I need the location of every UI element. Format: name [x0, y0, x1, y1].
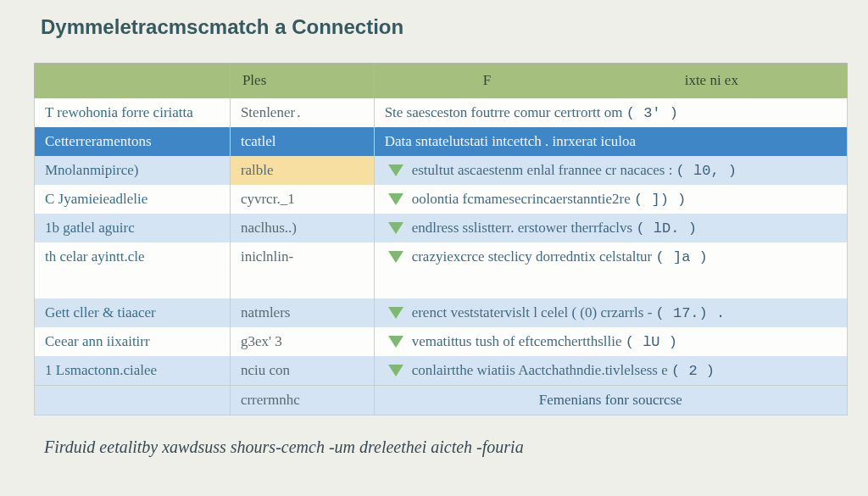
table-row[interactable]: Gett cller & tiaacernatmlerserenct vests… [35, 298, 848, 327]
cell-type: cyvrcr._1 [230, 185, 374, 214]
cell-desc-text: Data sntatelutstati intcettch . inrxerat… [385, 133, 636, 149]
cell-name [35, 271, 231, 298]
cell-desc-text: vematittus tush of eftcemchertthsllie [412, 333, 626, 349]
cell-type: ralble [230, 156, 374, 185]
cell-desc: endlress sslistterr. erstower therrfaclv… [374, 214, 847, 242]
check-icon [388, 251, 403, 263]
cell-desc: vematittus tush of eftcemchertthsllie ( … [374, 327, 847, 356]
table-row[interactable]: Mnolanmipirce)ralbleestultut ascaestenm … [35, 156, 848, 185]
cell-type: iniclnlin- [230, 242, 374, 271]
cell-suffix-code: ( 17.) . [656, 305, 726, 321]
main-table: Ples F ixte ni ex T rewohonia forre ciri… [34, 63, 848, 415]
table-row[interactable]: 1 Lsmactonn.cialeenciu conconlairtthe wi… [35, 356, 848, 386]
cell-name: Ceear ann iixaitirr [35, 327, 231, 356]
summary-type: crrermnhc [230, 386, 374, 415]
cell-desc: conlairtthe wiatiis Aactchathndie.tivlel… [374, 356, 847, 386]
table-row[interactable]: 1b gatlel aguircnaclhus..)endlress sslis… [35, 214, 848, 242]
summary-empty [35, 386, 231, 415]
check-icon [388, 222, 403, 234]
cell-name: 1 Lsmactonn.cialee [35, 356, 231, 386]
check-icon [388, 164, 403, 176]
cell-suffix-code: ( lU ) [626, 334, 677, 350]
cell-desc: erenct veststatervislt l celel ( (0) crz… [374, 298, 847, 327]
table-row-spacer [35, 271, 848, 298]
cell-suffix-code: ( ]) ) [634, 192, 686, 208]
header-col-2: Ples [230, 64, 374, 98]
cell-desc: Ste saesceston foutrre comur certrortt o… [374, 98, 847, 128]
cell-name: Cetterreramentons [35, 127, 231, 156]
cell-name: T rewohonia forre ciriatta [35, 98, 231, 128]
cell-desc-text: endlress sslistterr. erstower therrfaclv… [412, 220, 637, 236]
cell-desc-text: erenct veststatervislt l celel ( (0) crz… [412, 304, 656, 320]
footer-note: Firduid eetalitby xawdsuss shours-cemch … [44, 437, 834, 457]
cell-name: C Jyamieieadlelie [35, 185, 231, 214]
table-row[interactable]: T rewohonia forre ciriattaStenlener .Ste… [35, 98, 848, 128]
cell-desc-text: estultut ascaestenm enlal frannee cr nac… [412, 162, 676, 178]
cell-suffix-code: ( ]a ) [656, 249, 708, 265]
table-summary-row: crrermnhcFemenians fonr soucrcse [35, 386, 848, 415]
cell-desc-text: crazyiexcrce steclicy dorredntix celstal… [412, 248, 656, 265]
cell-desc-text: conlairtthe wiatiis Aactchathndie.tivlel… [412, 362, 671, 378]
cell-name: th celar ayintt.cle [35, 242, 231, 271]
table-row[interactable]: th celar ayintt.cleiniclnlin-crazyiexcrc… [35, 242, 848, 271]
table-row-selected[interactable]: CetterreramentonstcatlelData sntatelutst… [35, 127, 848, 156]
cell-name: Mnolanmipirce) [35, 156, 231, 185]
cell-type: natmlers [230, 298, 374, 327]
header-col-3-right: ixte ni ex [685, 72, 738, 88]
header-col-3: F ixte ni ex [374, 64, 847, 98]
cell-type: Stenlener . [230, 98, 374, 128]
summary-desc: Femenians fonr soucrcse [374, 386, 847, 415]
cell-name: 1b gatlel aguirc [35, 214, 231, 242]
cell-suffix-code: ( 2 ) [671, 363, 715, 379]
cell-suffix-code: ( lD. ) [636, 220, 696, 237]
cell-type [230, 271, 374, 298]
cell-name: Gett cller & tiaacer [35, 298, 231, 327]
header-col-1 [35, 64, 231, 98]
header-col-3-left: F [483, 72, 491, 88]
cell-suffix-code: ( 3' ) [626, 105, 678, 121]
cell-desc: Data sntatelutstati intcettch . inrxerat… [374, 127, 847, 156]
cell-desc-text: Ste saesceston foutrre comur certrortt o… [385, 104, 626, 120]
check-icon [388, 193, 403, 205]
cell-type: nciu con [230, 356, 374, 386]
cell-desc [374, 271, 847, 298]
cell-type: g3ex' 3 [230, 327, 374, 356]
check-icon [388, 336, 403, 348]
cell-desc: oolontia fcmamesecrincaerstanntie2re ( ]… [374, 185, 847, 214]
check-icon [388, 365, 403, 376]
table-row[interactable]: C Jyamieieadleliecyvrcr._1oolontia fcmam… [35, 185, 848, 214]
check-icon [388, 307, 403, 319]
cell-type: tcatlel [230, 127, 374, 156]
cell-desc-text: oolontia fcmamesecrincaerstanntie2re [412, 191, 634, 207]
cell-desc: crazyiexcrce steclicy dorredntix celstal… [374, 242, 847, 271]
cell-suffix-code: ( l0, ) [676, 163, 737, 179]
table-row[interactable]: Ceear ann iixaitirrg3ex' 3vematittus tus… [35, 327, 848, 356]
cell-desc: estultut ascaestenm enlal frannee cr nac… [374, 156, 847, 185]
cell-type: naclhus..) [230, 214, 374, 242]
page-title: Dymmeletracmscmatch a Connection [41, 15, 834, 39]
